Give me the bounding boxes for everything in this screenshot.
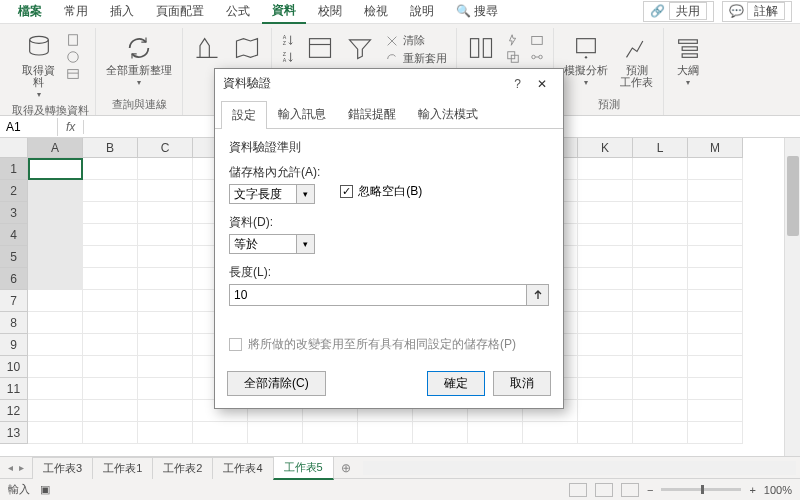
row-header[interactable]: 7: [0, 290, 28, 312]
dialog-tab-settings[interactable]: 設定: [221, 101, 267, 129]
from-text-button[interactable]: [63, 32, 83, 48]
fx-button[interactable]: fx: [58, 120, 84, 134]
tab-file[interactable]: 檔案: [8, 0, 52, 23]
cell[interactable]: [193, 422, 248, 444]
get-data-button[interactable]: 取得資 料 ▾: [18, 32, 59, 101]
view-pagebreak-button[interactable]: [621, 483, 639, 497]
horizontal-scrollbar[interactable]: [363, 461, 796, 475]
cell[interactable]: [578, 422, 633, 444]
dialog-tab-input-message[interactable]: 輸入訊息: [267, 100, 337, 128]
cell[interactable]: [688, 422, 743, 444]
cell[interactable]: [578, 180, 633, 202]
cell[interactable]: [83, 290, 138, 312]
relationships-button[interactable]: [527, 49, 547, 65]
sort-asc-button[interactable]: AZ: [278, 32, 298, 48]
zoom-slider[interactable]: [661, 488, 741, 491]
cell[interactable]: [358, 422, 413, 444]
dialog-tab-error-alert[interactable]: 錯誤提醒: [337, 100, 407, 128]
allow-combo-dropdown[interactable]: ▾: [297, 184, 315, 204]
comments-button[interactable]: 💬 註解: [722, 1, 792, 22]
tab-help[interactable]: 說明: [400, 0, 444, 23]
cell[interactable]: [28, 356, 83, 378]
clear-all-button[interactable]: 全部清除(C): [227, 371, 326, 396]
cell[interactable]: [138, 268, 193, 290]
cell[interactable]: [138, 290, 193, 312]
cell[interactable]: [138, 356, 193, 378]
row-header[interactable]: 6: [0, 268, 28, 290]
cell[interactable]: [633, 422, 688, 444]
cell[interactable]: [578, 356, 633, 378]
from-web-button[interactable]: [63, 49, 83, 65]
dialog-help-button[interactable]: ?: [506, 77, 529, 91]
range-selector-button[interactable]: [527, 284, 549, 306]
sheet-nav-prev[interactable]: ◂: [8, 462, 13, 473]
cell[interactable]: [83, 422, 138, 444]
cell[interactable]: [28, 334, 83, 356]
sheet-tab[interactable]: 工作表2: [152, 457, 213, 479]
reapply-button[interactable]: 重新套用: [382, 50, 450, 67]
search-menu[interactable]: 🔍 搜尋: [446, 0, 508, 23]
cell[interactable]: [83, 312, 138, 334]
zoom-in-button[interactable]: +: [749, 484, 755, 496]
cell[interactable]: [413, 422, 468, 444]
cell[interactable]: [28, 158, 83, 180]
sheet-nav-next[interactable]: ▸: [19, 462, 24, 473]
cell[interactable]: [138, 400, 193, 422]
cell[interactable]: [28, 268, 83, 290]
cell[interactable]: [578, 268, 633, 290]
row-header[interactable]: 2: [0, 180, 28, 202]
text-to-columns-button[interactable]: [463, 32, 499, 64]
column-header[interactable]: L: [633, 138, 688, 158]
cell[interactable]: [688, 334, 743, 356]
row-header[interactable]: 12: [0, 400, 28, 422]
sheet-tab-active[interactable]: 工作表5: [273, 456, 334, 480]
cell[interactable]: [633, 400, 688, 422]
cell[interactable]: [83, 202, 138, 224]
forecast-button[interactable]: 預測 工作表: [616, 32, 657, 90]
zoom-out-button[interactable]: −: [647, 484, 653, 496]
sheet-tab[interactable]: 工作表3: [32, 457, 93, 479]
column-header[interactable]: K: [578, 138, 633, 158]
cell[interactable]: [578, 246, 633, 268]
cell[interactable]: [688, 290, 743, 312]
cell[interactable]: [83, 268, 138, 290]
tab-review[interactable]: 校閱: [308, 0, 352, 23]
outline-button[interactable]: 大綱▾: [670, 32, 706, 89]
cell[interactable]: [633, 158, 688, 180]
share-button[interactable]: 🔗 共用: [643, 1, 713, 22]
cell[interactable]: [83, 180, 138, 202]
row-header[interactable]: 5: [0, 246, 28, 268]
cell[interactable]: [688, 268, 743, 290]
cell[interactable]: [578, 224, 633, 246]
cell[interactable]: [303, 422, 358, 444]
flash-fill-button[interactable]: [503, 32, 523, 48]
cell[interactable]: [688, 356, 743, 378]
row-header[interactable]: 10: [0, 356, 28, 378]
view-layout-button[interactable]: [595, 483, 613, 497]
name-box[interactable]: A1: [0, 118, 58, 136]
scrollbar-thumb[interactable]: [787, 156, 799, 236]
cell[interactable]: [688, 400, 743, 422]
row-header[interactable]: 1: [0, 158, 28, 180]
cell[interactable]: [138, 246, 193, 268]
cell[interactable]: [688, 312, 743, 334]
cell[interactable]: [688, 378, 743, 400]
cell[interactable]: [138, 224, 193, 246]
cell[interactable]: [578, 378, 633, 400]
cell[interactable]: [248, 422, 303, 444]
cell[interactable]: [633, 334, 688, 356]
geography-button[interactable]: [229, 32, 265, 64]
cell[interactable]: [28, 290, 83, 312]
data-combo-dropdown[interactable]: ▾: [297, 234, 315, 254]
cell[interactable]: [633, 290, 688, 312]
cell[interactable]: [28, 312, 83, 334]
cell[interactable]: [633, 356, 688, 378]
cell[interactable]: [138, 312, 193, 334]
whatif-button[interactable]: 模擬分析▾: [560, 32, 612, 89]
cell[interactable]: [578, 202, 633, 224]
tab-data[interactable]: 資料: [262, 0, 306, 24]
cell[interactable]: [83, 158, 138, 180]
row-header[interactable]: 3: [0, 202, 28, 224]
cell[interactable]: [633, 378, 688, 400]
remove-duplicates-button[interactable]: [503, 49, 523, 65]
